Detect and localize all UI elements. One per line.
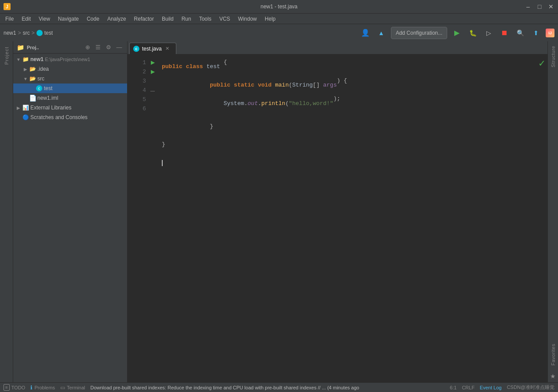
breadcrumb-file[interactable]: test	[44, 30, 53, 36]
code-line-5: }	[158, 140, 547, 159]
stop-button[interactable]: ⏹	[498, 27, 511, 39]
gutter-run-2[interactable]: ▶	[150, 68, 156, 76]
file-encoding[interactable]: CRLF	[462, 385, 474, 390]
problems-label: Problems	[34, 385, 55, 390]
menu-item-view[interactable]: View	[35, 15, 54, 23]
breadcrumb-project[interactable]: new1	[4, 30, 16, 36]
tree-arrow-idea: ▶	[22, 67, 29, 72]
update-icon[interactable]: ▲	[375, 27, 387, 39]
search-button[interactable]: 🔍	[514, 27, 526, 39]
folder-icon-new1: 📁	[22, 56, 29, 63]
project-panel: 📁 Proj.. ⊕ ☰ ⚙ — ▼ 📁 new1 E:\javaProject…	[13, 41, 128, 382]
title-bar: J new1 - test.java – □ ✕	[0, 0, 558, 13]
toolbar-right: 👤 ▲ Add Configuration... ▶ 🐛 ▷ ⏹ 🔍 ⬆ IJ	[359, 27, 554, 39]
menu-item-tools[interactable]: Tools	[196, 15, 215, 23]
window-title: new1 - test.java	[260, 4, 297, 10]
code-area[interactable]: public class test { public static void m…	[158, 54, 547, 382]
tree-label-src: src	[37, 76, 44, 82]
tree-arrow-new1: ▼	[15, 57, 22, 62]
tree-label-ext-libs: External Libraries	[30, 105, 71, 111]
tree-item-src[interactable]: ▼ 📂 src	[13, 74, 127, 83]
cursor-position[interactable]: 6:1	[450, 385, 456, 390]
update-action-button[interactable]: ⬆	[530, 27, 542, 39]
panel-settings-button[interactable]: ⚙	[104, 43, 113, 52]
project-panel-header: 📁 Proj.. ⊕ ☰ ⚙ —	[13, 41, 127, 54]
problems-button[interactable]: ℹ Problems	[30, 385, 55, 391]
iml-file-icon: 📄	[29, 94, 36, 102]
tab-test-java[interactable]: c test.java ✕	[129, 43, 176, 54]
menu-item-code[interactable]: Code	[83, 15, 103, 23]
add-configuration-button[interactable]: Add Configuration...	[391, 27, 447, 39]
run-button[interactable]: ▶	[451, 27, 463, 39]
tree-item-iml[interactable]: 📄 new1.iml	[13, 93, 127, 103]
status-right: 6:1 CRLF Event Log CSDN@准时准点睡觉	[450, 384, 554, 391]
code-line-4: }	[158, 113, 547, 140]
intellij-icon: IJ	[546, 29, 554, 37]
code-line-3: System.out.println("hello,word!");	[158, 94, 547, 113]
menu-item-window[interactable]: Window	[234, 15, 260, 23]
project-panel-title: Proj..	[27, 45, 81, 50]
event-log-button[interactable]: Event Log	[480, 385, 502, 390]
app-icon: J	[4, 3, 11, 10]
editor-status-checkmark: ✓	[538, 58, 546, 69]
menu-item-run[interactable]: Run	[178, 15, 195, 23]
status-bar: ≡ TODO ℹ Problems ▭ Terminal Download pr…	[0, 382, 558, 392]
menu-item-vcs[interactable]: VCS	[216, 15, 234, 23]
menu-item-help[interactable]: Help	[261, 15, 279, 23]
menu-item-refactor[interactable]: Refactor	[131, 15, 157, 23]
side-panels: Structure Favorites ★	[547, 41, 558, 382]
breadcrumb: new1 > src > test	[4, 30, 357, 36]
main-content: Project 📁 Proj.. ⊕ ☰ ⚙ — ▼ 📁 new1 E:\jav…	[0, 41, 558, 382]
menu-item-file[interactable]: File	[2, 15, 17, 23]
editor-area: c test.java ✕ 1 2 3 4 5 6 ▶ ▶ —	[128, 41, 547, 382]
code-line-6	[158, 159, 547, 168]
tree-arrow-ext-libs: ▶	[15, 105, 22, 110]
ext-lib-icon: 📊	[22, 104, 29, 111]
terminal-button[interactable]: ▭ Terminal	[60, 385, 85, 391]
close-button[interactable]: ✕	[547, 3, 554, 10]
menu-item-edit[interactable]: Edit	[18, 15, 34, 23]
todo-button[interactable]: ≡ TODO	[4, 384, 25, 391]
account-icon[interactable]: 👤	[359, 27, 372, 39]
toolbar: new1 > src > test 👤 ▲ Add Configuration.…	[0, 24, 558, 41]
editor-tabs: c test.java ✕	[128, 41, 547, 54]
menu-item-analyze[interactable]: Analyze	[104, 15, 130, 23]
branding-text: CSDN@准时准点睡觉	[507, 384, 554, 391]
editor-content[interactable]: 1 2 3 4 5 6 ▶ ▶ — public class test {	[128, 54, 547, 382]
expand-all-button[interactable]: ⊕	[83, 43, 92, 52]
line-numbers: 1 2 3 4 5 6	[128, 54, 150, 382]
tab-java-icon: c	[133, 46, 139, 52]
collapse-all-button[interactable]: ☰	[94, 43, 102, 52]
maximize-button[interactable]: □	[536, 3, 543, 10]
tab-close-test-java[interactable]: ✕	[164, 46, 171, 52]
problems-icon: ℹ	[30, 385, 33, 391]
tree-item-new1[interactable]: ▼ 📁 new1 E:\javaProjects\new1	[13, 54, 127, 64]
menu-item-build[interactable]: Build	[158, 15, 177, 23]
terminal-label: Terminal	[67, 385, 85, 390]
tab-label-test-java: test.java	[142, 46, 162, 52]
structure-panel-label[interactable]: Structure	[549, 41, 558, 72]
panel-hide-button[interactable]: —	[115, 43, 124, 52]
menu-item-navigate[interactable]: Navigate	[55, 15, 82, 23]
coverage-button[interactable]: ▷	[482, 27, 495, 39]
cursor	[162, 160, 163, 166]
tree-item-idea[interactable]: ▶ 📂 .idea	[13, 64, 127, 74]
left-sidebar-strip: Project	[0, 41, 13, 382]
project-sidebar-label[interactable]: Project	[2, 43, 11, 68]
gutter-run-1[interactable]: ▶	[150, 58, 156, 67]
code-line-1: public class test {	[158, 58, 547, 76]
gutter-fold-4[interactable]: —	[150, 87, 156, 95]
breadcrumb-src[interactable]: src	[23, 30, 30, 36]
menu-bar: FileEditViewNavigateCodeAnalyzeRefactorB…	[0, 13, 558, 24]
favorites-panel-label[interactable]: Favorites	[549, 339, 558, 370]
tree-item-scratches[interactable]: 🔵 Scratches and Consoles	[13, 113, 127, 122]
minimize-button[interactable]: –	[525, 3, 532, 10]
debug-button[interactable]: 🐛	[467, 27, 479, 39]
bookmark-icon[interactable]: ★	[550, 373, 556, 380]
code-line-2: public static void main(String[] args) {	[158, 76, 547, 95]
project-tree: ▼ 📁 new1 E:\javaProjects\new1 ▶ 📂 .idea …	[13, 54, 127, 382]
gutter: ▶ ▶ —	[150, 54, 158, 382]
tree-item-test[interactable]: c test	[13, 83, 127, 93]
tree-item-ext-libs[interactable]: ▶ 📊 External Libraries	[13, 103, 127, 113]
title-bar-left: J	[4, 3, 11, 10]
